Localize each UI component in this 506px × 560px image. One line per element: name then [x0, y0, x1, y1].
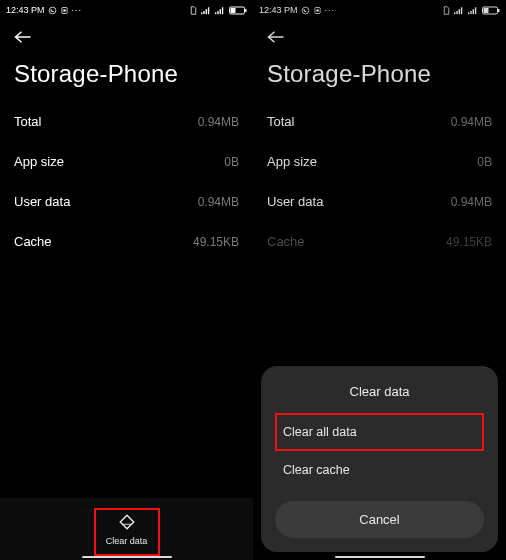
bottom-action-bar: Clear data [0, 498, 253, 560]
svg-rect-5 [206, 9, 207, 14]
phone-left: 12:43 PM ··· [0, 0, 253, 560]
row-app-size: App size 0B [14, 142, 239, 182]
svg-rect-6 [208, 7, 209, 14]
sheet-title: Clear data [275, 384, 484, 399]
sheet-option-clear-all-data[interactable]: Clear all data [275, 413, 484, 451]
page-title: Storage-Phone [0, 52, 253, 102]
row-total: Total 0.94MB [14, 102, 239, 142]
status-bar: 12:43 PM ··· [0, 0, 253, 20]
header [0, 20, 253, 52]
sheet-option-label: Clear all data [283, 425, 357, 439]
clear-data-icon [118, 513, 136, 533]
home-indicator [335, 556, 425, 558]
row-value: 0B [224, 155, 239, 169]
svg-rect-4 [203, 10, 204, 13]
sheet-option-clear-cache[interactable]: Clear cache [275, 451, 484, 489]
sim-icon [189, 6, 198, 15]
row-label: User data [14, 194, 70, 209]
signal-icon [201, 6, 212, 15]
cancel-button[interactable]: Cancel [275, 501, 484, 538]
row-value: 0.94MB [198, 195, 239, 209]
row-user-data: User data 0.94MB [14, 182, 239, 222]
screenshot-icon [60, 6, 69, 15]
svg-point-0 [49, 7, 56, 14]
svg-rect-8 [217, 10, 218, 13]
svg-rect-9 [220, 9, 221, 14]
phone-right: 12:43 PM ··· [253, 0, 506, 560]
svg-rect-7 [215, 12, 216, 14]
back-icon[interactable] [14, 30, 32, 44]
svg-rect-2 [63, 9, 65, 11]
row-label: Total [14, 114, 41, 129]
svg-rect-12 [245, 9, 247, 12]
clear-data-button[interactable]: Clear data [94, 507, 160, 552]
home-indicator [82, 556, 172, 558]
status-left: 12:43 PM ··· [6, 5, 82, 15]
battery-icon [229, 6, 247, 15]
svg-rect-3 [201, 12, 202, 14]
clear-data-label: Clear data [106, 536, 148, 546]
signal-icon-2 [215, 6, 226, 15]
clear-data-sheet: Clear data Clear all data Clear cache Ca… [261, 366, 498, 552]
more-icon: ··· [72, 6, 83, 15]
row-label: Cache [14, 234, 52, 249]
cancel-label: Cancel [359, 512, 399, 527]
row-cache: Cache 49.15KB [14, 222, 239, 262]
status-time: 12:43 PM [6, 5, 45, 15]
row-value: 49.15KB [193, 235, 239, 249]
storage-rows: Total 0.94MB App size 0B User data 0.94M… [0, 102, 253, 262]
row-value: 0.94MB [198, 115, 239, 129]
sheet-option-label: Clear cache [283, 463, 350, 477]
svg-rect-13 [231, 8, 236, 13]
svg-rect-10 [222, 7, 223, 14]
status-right [189, 6, 247, 15]
whatsapp-icon [48, 6, 57, 15]
row-label: App size [14, 154, 64, 169]
